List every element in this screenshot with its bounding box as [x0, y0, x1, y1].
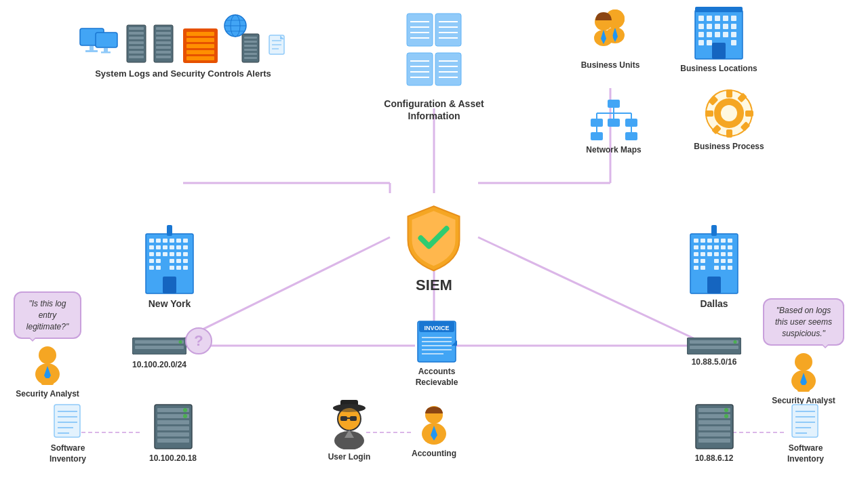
svg-rect-135 — [176, 239, 181, 243]
svg-rect-155 — [156, 266, 161, 270]
svg-rect-142 — [183, 245, 188, 249]
svg-rect-89 — [723, 16, 728, 21]
svg-rect-237 — [350, 416, 357, 421]
svg-rect-116 — [591, 132, 603, 140]
svg-rect-215 — [690, 346, 738, 349]
svg-rect-190 — [707, 277, 721, 293]
accounting-icon — [416, 405, 453, 446]
svg-rect-138 — [156, 245, 161, 249]
svg-rect-169 — [701, 245, 705, 249]
svg-rect-102 — [707, 40, 712, 45]
svg-rect-66 — [244, 53, 257, 55]
svg-rect-143 — [149, 252, 154, 256]
svg-rect-140 — [170, 245, 174, 249]
svg-rect-118 — [625, 132, 637, 140]
svg-rect-183 — [721, 259, 726, 263]
svg-rect-147 — [176, 252, 181, 256]
firewall-icon — [182, 27, 219, 64]
svg-rect-120 — [726, 89, 732, 98]
svg-rect-148 — [183, 252, 188, 256]
svg-rect-18 — [435, 14, 461, 46]
right-analyst-node: "Based on logs this user seems suspiciou… — [763, 298, 844, 407]
svg-rect-100 — [731, 32, 736, 37]
svg-point-129 — [721, 105, 737, 121]
svg-rect-60 — [186, 56, 214, 60]
svg-point-230 — [183, 408, 187, 412]
documents-icon — [390, 7, 478, 95]
svg-rect-93 — [715, 24, 720, 29]
dallas-node: Dallas — [670, 224, 758, 310]
svg-rect-217 — [54, 405, 80, 437]
svg-rect-46 — [129, 56, 144, 58]
svg-rect-170 — [707, 245, 712, 249]
svg-rect-185 — [694, 266, 698, 270]
svg-text:INVOICE: INVOICE — [424, 325, 449, 331]
svg-rect-43 — [129, 41, 144, 44]
svg-rect-157 — [176, 266, 181, 270]
system-logs-node: System Logs and Security Controls Alerts — [61, 14, 305, 80]
svg-point-216 — [734, 340, 737, 344]
svg-rect-188 — [721, 266, 726, 270]
svg-rect-165 — [714, 239, 719, 243]
svg-rect-132 — [156, 239, 161, 243]
bottom-left-server-node: 10.100.20.18 — [136, 403, 210, 464]
svg-rect-167 — [728, 239, 732, 243]
bottom-left-sw-node: Software Inventory — [41, 403, 95, 464]
mid-right-network-node: 10.88.5.0/16 — [670, 338, 758, 368]
svg-rect-141 — [176, 245, 181, 249]
mid-right-server-icon — [687, 338, 741, 354]
svg-rect-178 — [721, 252, 726, 256]
business-units-label: Business Units — [581, 60, 640, 71]
svg-rect-65 — [244, 49, 257, 51]
business-locations-node: Business Locations — [671, 3, 766, 75]
svg-rect-88 — [715, 16, 720, 21]
svg-rect-136 — [183, 239, 188, 243]
svg-rect-53 — [156, 51, 171, 54]
svg-rect-54 — [156, 56, 171, 58]
left-bubble: "Is this log entry legitimate?" — [14, 291, 81, 339]
svg-rect-103 — [731, 40, 736, 45]
mid-left-network-label: 10.100.20.0/24 — [132, 360, 186, 371]
sw-inventory-right-label: Software Inventory — [778, 443, 833, 464]
svg-rect-64 — [244, 45, 257, 47]
svg-rect-62 — [244, 37, 257, 39]
svg-rect-34 — [90, 46, 94, 50]
mid-right-network-label: 10.88.5.0/16 — [692, 357, 737, 368]
svg-rect-96 — [698, 32, 704, 37]
network-maps-node: Network Maps — [573, 98, 654, 156]
svg-rect-67 — [244, 57, 257, 59]
config-asset-node: Configuration & Asset Information — [380, 7, 488, 122]
svg-rect-175 — [701, 252, 705, 256]
svg-rect-94 — [723, 24, 728, 29]
svg-rect-104 — [712, 43, 726, 59]
svg-rect-162 — [694, 239, 698, 243]
svg-rect-52 — [156, 46, 171, 49]
svg-rect-63 — [244, 41, 257, 43]
business-process-node: Business Process — [685, 88, 773, 152]
svg-rect-92 — [707, 24, 712, 29]
svg-rect-134 — [170, 239, 174, 243]
svg-rect-106 — [608, 100, 620, 108]
svg-rect-56 — [186, 32, 214, 36]
svg-rect-164 — [707, 239, 712, 243]
svg-rect-227 — [157, 426, 189, 430]
user-login-icon — [326, 399, 373, 449]
server-rack-icon — [123, 24, 178, 64]
svg-rect-250 — [698, 432, 730, 436]
svg-rect-114 — [625, 119, 637, 127]
svg-rect-208 — [797, 385, 810, 392]
svg-rect-28 — [435, 53, 461, 85]
svg-rect-48 — [156, 27, 171, 30]
svg-rect-59 — [186, 50, 214, 54]
sw-inventory-right-icon — [791, 403, 821, 441]
svg-point-253 — [724, 414, 728, 418]
network-maps-icon — [589, 98, 639, 142]
left-analyst-icon — [29, 346, 66, 386]
bottom-right-server-label: 10.88.6.12 — [695, 453, 734, 464]
svg-rect-163 — [701, 239, 705, 243]
bottom-right-server-main-icon — [692, 403, 736, 451]
diagram: Configuration & Asset Information — [0, 0, 868, 488]
svg-rect-38 — [101, 52, 111, 54]
globe-rack-icon — [223, 14, 264, 64]
svg-rect-153 — [183, 259, 188, 263]
